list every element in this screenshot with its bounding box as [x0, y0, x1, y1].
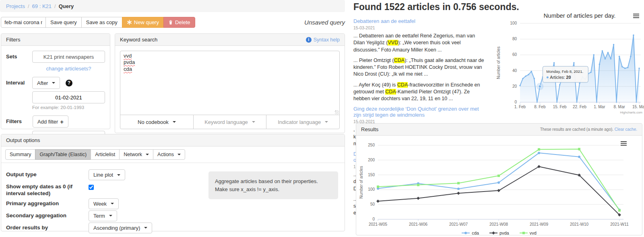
- svg-text:2021-W09: 2021-W09: [530, 222, 549, 227]
- interval-date-input[interactable]: [32, 91, 105, 103]
- aggregation-help-text: Aggregate articles based on their proper…: [208, 171, 338, 199]
- article-title-link[interactable]: Ging deze noordelijke ‘Don Quichot’ gren…: [353, 106, 488, 118]
- primary-aggregation-select[interactable]: Week: [89, 198, 119, 209]
- breadcrumb-project-link[interactable]: 69 : K21: [32, 3, 52, 9]
- asterisk-icon: [127, 20, 132, 25]
- svg-text:15. Mar: 15. Mar: [632, 105, 644, 109]
- results-legend: cdapvdavvd: [357, 231, 641, 235]
- keyword-term: cda: [124, 66, 132, 72]
- delete-label: Delete: [175, 19, 190, 25]
- chart-tooltip: Monday, Feb 8, 2021.Articles: 20: [543, 66, 588, 82]
- chart-credit: Highcharts.com: [620, 111, 642, 114]
- svg-text:8. Mar: 8. Mar: [613, 105, 625, 109]
- resize-handle[interactable]: [335, 110, 339, 114]
- add-filter-button[interactable]: Add filter+: [33, 115, 68, 128]
- svg-text:0: 0: [372, 217, 375, 221]
- svg-text:8. Feb: 8. Feb: [534, 105, 546, 109]
- legend-marker-square: [520, 231, 528, 235]
- output-panel-header: Output options: [1, 134, 345, 146]
- output-options-panel: Output options SummaryGraph/Table (Elast…: [1, 134, 345, 231]
- svg-text:150: 150: [368, 173, 375, 177]
- new-query-button[interactable]: New query: [122, 17, 164, 28]
- svg-text:60: 60: [512, 52, 517, 57]
- legend-marker-circle: [462, 231, 470, 235]
- keyword-term: pvda: [124, 59, 135, 65]
- tab-network[interactable]: Network: [119, 149, 153, 160]
- date-format-hint: For example: 20-01-1993: [32, 105, 105, 110]
- chart-title: Number of articles per day.: [544, 12, 616, 19]
- primary-aggregation-label: Primary aggregation: [6, 198, 89, 209]
- svg-text:50: 50: [370, 202, 375, 206]
- query-toolbar: Save query Save as copy New query Delete…: [1, 17, 345, 28]
- interval-operator-select[interactable]: After: [32, 77, 60, 89]
- syntax-help-link[interactable]: i Syntax help: [306, 37, 340, 43]
- sets-input[interactable]: [32, 51, 105, 63]
- article-title-link[interactable]: Debatteren aan de eettafel: [353, 18, 488, 24]
- keyword-query-input[interactable]: vvdpvdacda: [120, 51, 340, 115]
- svg-text:15. Feb: 15. Feb: [553, 105, 567, 109]
- show-empty-dates-label: Show empty dates as 0 (if interval selec…: [6, 181, 89, 197]
- plus-icon: +: [60, 118, 64, 125]
- highlighted-term: VVD: [388, 40, 398, 45]
- sets-label: Sets: [6, 51, 32, 75]
- y-axis-label: Number of articles: [359, 166, 363, 198]
- cache-note: These results are cached (a minute ago).…: [540, 127, 637, 132]
- interval-label: Interval: [6, 77, 32, 110]
- clear-cache-link[interactable]: Clear cache.: [615, 127, 637, 132]
- output-type-select[interactable]: Line plot: [89, 169, 125, 180]
- svg-text:1. Feb: 1. Feb: [514, 105, 526, 109]
- highlighted-term: CDA: [397, 82, 408, 88]
- query-name-input[interactable]: [1, 17, 46, 28]
- svg-text:20: 20: [512, 84, 517, 89]
- article-snippet: ... Ayfer Koç (49) is CDA-fractievoorzit…: [353, 82, 488, 103]
- caret-down-icon: [117, 174, 120, 176]
- series-cda: [377, 152, 621, 211]
- tab-articlelist[interactable]: Articlelist: [91, 149, 120, 160]
- keyword-language-select[interactable]: Keyword language: [193, 115, 267, 129]
- indicator-language-select[interactable]: Indicator language: [266, 115, 340, 129]
- svg-text:2021-W06: 2021-W06: [409, 222, 428, 227]
- chart-menu-icon[interactable]: [633, 14, 639, 18]
- svg-text:22. Feb: 22. Feb: [573, 105, 586, 109]
- question-icon[interactable]: ?: [66, 80, 72, 87]
- output-tabs: SummaryGraph/Table (Elastic)ArticlelistN…: [5, 149, 345, 160]
- secondary-aggregation-label: Secondary aggregation: [6, 210, 89, 221]
- highlighted-term: CDA: [394, 58, 405, 63]
- legend-item-pvda[interactable]: pvda: [489, 231, 509, 235]
- breadcrumb-projects-link[interactable]: Projects: [6, 3, 25, 9]
- svg-text:100: 100: [368, 187, 375, 192]
- show-empty-dates-checkbox[interactable]: [89, 185, 94, 190]
- legend-item-cda[interactable]: cda: [462, 231, 479, 235]
- tab-actions[interactable]: Actions: [153, 149, 185, 160]
- legend-marker-diamond: [489, 231, 497, 235]
- svg-text:2021-W07: 2021-W07: [449, 222, 468, 227]
- breadcrumb-separator: /: [28, 3, 29, 9]
- trash-icon: [168, 20, 173, 25]
- caret-down-icon: [146, 154, 149, 155]
- info-icon: i: [306, 37, 312, 43]
- keyword-search-panel: Keyword search i Syntax help vvdpvdacda …: [115, 33, 345, 133]
- aggregation-line-chart: 050100150200250Number of articles2021-W0…: [357, 137, 642, 229]
- order-results-select[interactable]: Ascending (primary): [89, 223, 152, 233]
- save-as-copy-button[interactable]: Save as copy: [81, 17, 122, 28]
- keyword-options-bar: No codebook Keyword language Indicator l…: [120, 115, 340, 129]
- output-type-label: Output type: [6, 169, 89, 180]
- legend-item-vvd[interactable]: vvd: [520, 231, 537, 235]
- svg-text:200: 200: [368, 158, 375, 162]
- results-panel: Results These results are cached (a minu…: [356, 123, 642, 235]
- codebook-select[interactable]: No codebook: [120, 115, 194, 129]
- chart-menu-icon[interactable]: [621, 141, 627, 146]
- secondary-aggregation-select[interactable]: Term: [89, 210, 117, 221]
- svg-text:250: 250: [368, 143, 375, 147]
- caret-down-icon: [252, 121, 255, 123]
- tab-graph-table-elastic[interactable]: Graph/Table (Elastic): [35, 149, 91, 160]
- tab-summary[interactable]: Summary: [5, 149, 35, 160]
- caret-down-icon: [52, 82, 55, 84]
- svg-text:0: 0: [514, 100, 517, 104]
- save-query-button[interactable]: Save query: [45, 17, 82, 28]
- svg-text:2021-W08: 2021-W08: [489, 222, 508, 227]
- delete-button[interactable]: Delete: [163, 17, 195, 28]
- svg-text:2021-W10: 2021-W10: [570, 222, 589, 227]
- caret-down-icon: [109, 215, 112, 216]
- change-articlesets-link[interactable]: change articlesets?: [32, 66, 105, 72]
